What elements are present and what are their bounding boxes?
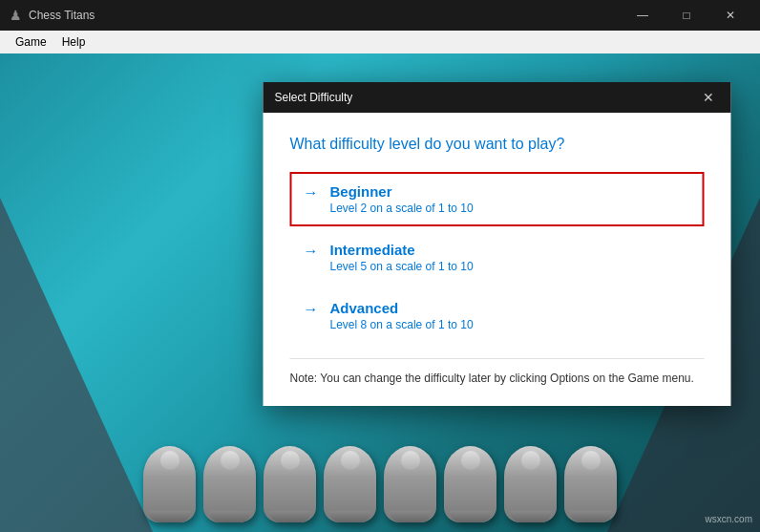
dialog-close-button[interactable]: ✕ [697, 88, 720, 107]
dialog-body: What difficulty level do you want to pla… [264, 113, 731, 406]
advanced-name: Advanced [330, 300, 474, 316]
game-area: Select Difficulty ✕ What difficulty leve… [0, 53, 760, 532]
chess-piece [444, 446, 496, 522]
title-bar: ♟ Chess Titans — □ ✕ [0, 0, 760, 31]
advanced-desc: Level 8 on a scale of 1 to 10 [330, 318, 474, 331]
chess-piece [384, 446, 436, 522]
app-icon: ♟ [8, 8, 23, 23]
window-controls: — □ ✕ [621, 0, 752, 31]
arrow-icon-beginner: → [304, 184, 319, 202]
beginner-info: Beginner Level 2 on a scale of 1 to 10 [330, 183, 474, 215]
chess-piece [203, 446, 256, 522]
chess-piece [564, 446, 617, 522]
beginner-name: Beginner [330, 183, 474, 200]
chess-pieces-row [0, 417, 760, 532]
app-window: ♟ Chess Titans — □ ✕ Game Help [0, 0, 760, 532]
arrow-icon-advanced: → [304, 301, 319, 318]
chess-piece [324, 446, 376, 522]
chess-piece [504, 446, 557, 522]
maximize-button[interactable]: □ [665, 0, 708, 31]
dialog-question: What difficulty level do you want to pla… [290, 136, 705, 153]
intermediate-name: Intermediate [330, 242, 474, 258]
advanced-info: Advanced Level 8 on a scale of 1 to 10 [330, 300, 474, 331]
chess-piece [143, 446, 196, 522]
chess-piece [264, 446, 316, 522]
menu-item-help[interactable]: Help [54, 33, 94, 51]
dialog-note: Note: You can change the difficulty late… [290, 358, 705, 387]
arrow-icon-intermediate: → [304, 243, 319, 260]
select-difficulty-dialog: Select Difficulty ✕ What difficulty leve… [264, 82, 731, 406]
close-button[interactable]: ✕ [708, 0, 752, 31]
intermediate-info: Intermediate Level 5 on a scale of 1 to … [330, 242, 474, 273]
difficulty-option-intermediate[interactable]: → Intermediate Level 5 on a scale of 1 t… [290, 230, 705, 285]
dialog-title-bar: Select Difficulty ✕ [264, 82, 731, 113]
minimize-button[interactable]: — [621, 0, 665, 31]
app-title: Chess Titans [29, 9, 621, 22]
dialog-title: Select Difficulty [275, 91, 353, 104]
beginner-desc: Level 2 on a scale of 1 to 10 [330, 202, 474, 215]
menu-bar: Game Help [0, 31, 760, 53]
intermediate-desc: Level 5 on a scale of 1 to 10 [330, 260, 474, 273]
difficulty-option-advanced[interactable]: → Advanced Level 8 on a scale of 1 to 10 [290, 288, 705, 343]
menu-item-game[interactable]: Game [8, 33, 54, 51]
difficulty-option-beginner[interactable]: → Beginner Level 2 on a scale of 1 to 10 [290, 172, 705, 226]
watermark: wsxcn.com [706, 514, 752, 524]
